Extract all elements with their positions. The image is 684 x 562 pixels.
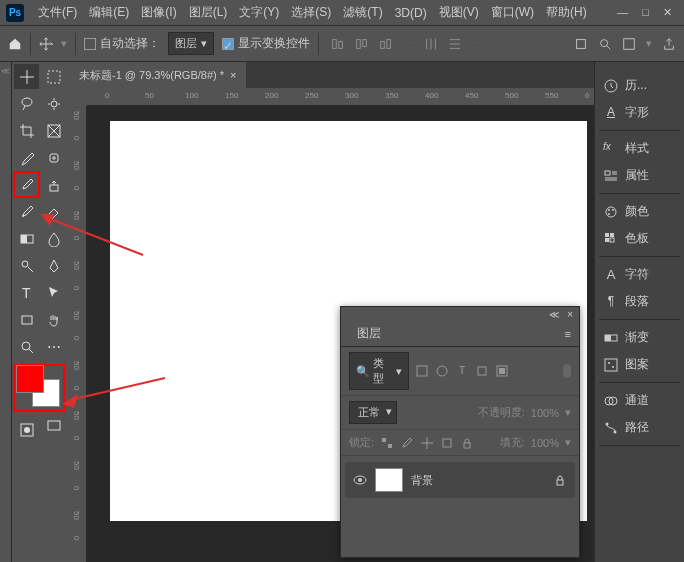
hand-tool[interactable] (41, 307, 66, 332)
collapse-icon[interactable]: ≪ (549, 309, 559, 319)
patterns-panel-button[interactable]: 图案 (599, 351, 680, 378)
document-tab[interactable]: 未标题-1 @ 79.3%(RGB/8#) * × (69, 62, 246, 88)
svg-point-44 (612, 209, 614, 211)
toolbar-collapse-strip[interactable]: ≪ (0, 62, 12, 562)
character-panel-button[interactable]: A字符 (599, 261, 680, 288)
layers-tab[interactable]: 图层 (349, 321, 389, 346)
lock-position-icon[interactable] (420, 436, 434, 450)
maximize-button[interactable]: □ (642, 6, 649, 19)
auto-select-checkbox[interactable]: 自动选择： (84, 35, 160, 52)
filter-shape-icon[interactable] (475, 364, 489, 378)
svg-line-32 (29, 349, 33, 353)
screen-mode-tool[interactable] (41, 413, 66, 438)
frame-tool[interactable] (41, 118, 66, 143)
layer-filter-dropdown[interactable]: 🔍类型▾ (349, 352, 409, 390)
foreground-color[interactable] (16, 365, 44, 393)
share-icon[interactable] (662, 37, 676, 51)
visibility-icon[interactable] (353, 473, 367, 487)
lock-all-icon[interactable] (460, 436, 474, 450)
blur-tool[interactable] (41, 226, 66, 251)
filter-smart-icon[interactable] (495, 364, 509, 378)
menu-3d[interactable]: 3D(D) (389, 6, 433, 20)
align-icon[interactable] (355, 37, 369, 51)
zoom-tool[interactable] (14, 334, 39, 359)
show-transform-checkbox[interactable]: ✓ 显示变换控件 (222, 35, 310, 52)
dodge-tool[interactable] (14, 253, 39, 278)
brush-tool[interactable] (14, 172, 39, 197)
svg-rect-46 (605, 233, 609, 237)
edit-toolbar[interactable]: ⋯ (41, 334, 66, 359)
svg-rect-4 (381, 41, 385, 48)
svg-rect-70 (557, 480, 563, 485)
healing-tool[interactable] (41, 145, 66, 170)
close-button[interactable]: ✕ (663, 6, 672, 19)
3d-mode-icon[interactable] (574, 37, 588, 51)
distribute-icon[interactable] (448, 37, 462, 51)
quick-mask-tool[interactable] (14, 417, 39, 442)
paragraph-panel-button[interactable]: ¶段落 (599, 288, 680, 315)
channels-panel-button[interactable]: 通道 (599, 387, 680, 414)
styles-panel-button[interactable]: fx样式 (599, 135, 680, 162)
eyedropper-tool[interactable] (14, 145, 39, 170)
gradients-panel-button[interactable]: 渐变 (599, 324, 680, 351)
filter-pixel-icon[interactable] (415, 364, 429, 378)
filter-type-icon[interactable]: T (455, 364, 469, 378)
properties-panel-button[interactable]: 属性 (599, 162, 680, 189)
svg-rect-51 (605, 335, 611, 341)
auto-select-dropdown[interactable]: 图层▾ (168, 32, 214, 55)
home-icon[interactable] (8, 37, 22, 51)
glyphs-panel-button[interactable]: A字形 (599, 99, 680, 126)
blend-mode-dropdown[interactable]: 正常▾ (349, 401, 397, 424)
menu-file[interactable]: 文件(F) (32, 4, 83, 21)
crop-tool[interactable] (14, 118, 39, 143)
type-tool[interactable]: T (14, 280, 39, 305)
workspace-icon[interactable] (622, 37, 636, 51)
lock-paint-icon[interactable] (400, 436, 414, 450)
menu-edit[interactable]: 编辑(E) (83, 4, 135, 21)
lasso-tool[interactable] (14, 91, 39, 116)
move-tool-icon[interactable] (39, 37, 53, 51)
swatches-panel-button[interactable]: 色板 (599, 225, 680, 252)
menu-type[interactable]: 文字(Y) (233, 4, 285, 21)
rectangle-tool[interactable] (14, 307, 39, 332)
menu-filter[interactable]: 滤镜(T) (337, 4, 388, 21)
lock-pixels-icon[interactable] (380, 436, 394, 450)
close-panel-icon[interactable]: × (567, 309, 573, 319)
svg-rect-59 (417, 366, 427, 376)
close-tab-icon[interactable]: × (230, 69, 236, 81)
move-tool[interactable] (14, 64, 39, 89)
eraser-tool[interactable] (41, 199, 66, 224)
layer-row[interactable]: 背景 (345, 462, 575, 498)
color-panel-button[interactable]: 颜色 (599, 198, 680, 225)
panel-menu-icon[interactable]: ≡ (565, 328, 571, 340)
color-swatches[interactable] (14, 365, 64, 411)
minimize-button[interactable]: — (617, 6, 628, 19)
pen-tool[interactable] (41, 253, 66, 278)
svg-rect-64 (382, 438, 386, 442)
menu-image[interactable]: 图像(I) (135, 4, 182, 21)
history-panel-button[interactable]: 历... (599, 72, 680, 99)
menu-select[interactable]: 选择(S) (285, 4, 337, 21)
marquee-tool[interactable] (41, 64, 66, 89)
quick-select-tool[interactable] (41, 91, 66, 116)
align-icon[interactable] (331, 37, 345, 51)
menu-layer[interactable]: 图层(L) (183, 4, 234, 21)
menu-help[interactable]: 帮助(H) (540, 4, 593, 21)
history-brush-tool[interactable] (14, 199, 39, 224)
svg-rect-12 (577, 39, 586, 48)
paths-panel-button[interactable]: 路径 (599, 414, 680, 441)
svg-rect-0 (333, 39, 337, 48)
path-select-tool[interactable] (41, 280, 66, 305)
lock-artboard-icon[interactable] (440, 436, 454, 450)
layer-thumbnail (375, 468, 403, 492)
svg-rect-30 (22, 316, 32, 324)
align-icon[interactable] (379, 37, 393, 51)
clone-stamp-tool[interactable] (41, 172, 66, 197)
menu-window[interactable]: 窗口(W) (485, 4, 540, 21)
distribute-icon[interactable] (424, 37, 438, 51)
filter-adjust-icon[interactable] (435, 364, 449, 378)
search-icon[interactable] (598, 37, 612, 51)
menu-view[interactable]: 视图(V) (433, 4, 485, 21)
gradient-tool[interactable] (14, 226, 39, 251)
filter-toggle[interactable] (563, 364, 571, 378)
